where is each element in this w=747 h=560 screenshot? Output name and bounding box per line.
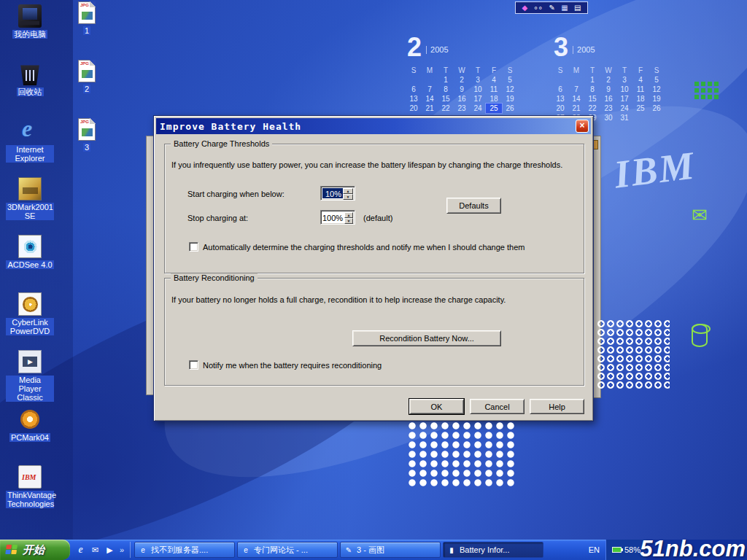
calendar-day: 19 (502, 94, 518, 104)
calendar-day: 9 (600, 85, 616, 94)
calendar-day-header: F (632, 66, 649, 75)
stop-charging-spinner[interactable]: 100% ▲ ▼ (320, 210, 355, 225)
calendar-day: 16 (454, 94, 470, 104)
calendar-day: 16 (600, 94, 616, 104)
calendar-day (649, 113, 665, 122)
ie-page-icon: e (241, 546, 251, 554)
calendar-day: 12 (502, 85, 518, 94)
calendar-day: 23 (600, 104, 616, 113)
recycle-bin-icon (18, 62, 42, 85)
jpg-icon-column: JPG1JPG2JPG3 (70, 1, 104, 176)
defaults-button[interactable]: Defaults (446, 198, 501, 214)
desktop-icon-column: 我的电脑回收站Internet Explorer3DMark2001 SEACD… (6, 4, 54, 523)
calendar-day-header: S (502, 66, 518, 75)
calendar-day (568, 75, 584, 85)
notify-reconditioning-checkbox[interactable]: Notify me when the battery requires reco… (189, 360, 382, 370)
calendar-day: 5 (502, 75, 518, 85)
grid-icon[interactable]: ▦ (561, 4, 568, 12)
desktop-icon-internet-explorer[interactable]: Internet Explorer (6, 120, 54, 177)
dialog-title: Improve Battery Health (156, 121, 301, 132)
calendar-day: 10 (470, 85, 486, 94)
overflow-chevron-icon[interactable]: » (119, 544, 125, 556)
calendar-day: 15 (438, 94, 454, 104)
language-indicator[interactable]: EN (583, 545, 605, 554)
dialog-titlebar[interactable]: Improve Battery Health × (156, 118, 591, 134)
calendar-day: 1 (438, 75, 454, 85)
desktop-icon-jpg-3[interactable]: JPG3 (70, 118, 104, 176)
taskbar-task-battery-information[interactable]: ▮Battery Infor... (443, 542, 543, 558)
desktop-icon-label: Internet Explorer (6, 145, 54, 163)
spin-up-button[interactable]: ▲ (344, 212, 353, 218)
jpg-tag: JPG (80, 3, 89, 7)
desktop-icon-powerdvd[interactable]: CyberLink PowerDVD (6, 292, 54, 350)
desktop-icon-pcmark04[interactable]: PCMark04 (6, 408, 54, 465)
calendar-day: 8 (438, 85, 454, 94)
start-label: 开始 (23, 543, 44, 557)
acdsee-icon (18, 235, 42, 258)
start-charging-spinner[interactable]: 10% ▲ ▼ (320, 186, 355, 201)
cancel-button[interactable]: Cancel (470, 399, 525, 414)
battery-icon: ▮ (446, 546, 457, 554)
stop-charging-value[interactable]: 100% (322, 212, 344, 222)
taskbar-task-forum[interactable]: e专门网论坛 - ... (237, 542, 338, 558)
desktop-icon-3dmark2001[interactable]: 3DMark2001 SE (6, 177, 54, 235)
spin-down-button[interactable]: ▼ (343, 194, 353, 200)
spin-up-button[interactable]: ▲ (343, 188, 353, 194)
task-label: Battery Infor... (460, 545, 509, 554)
diamond-icon[interactable]: ◆ (522, 4, 527, 12)
auto-determine-checkbox[interactable]: Automatically determine the charging thr… (189, 242, 525, 252)
calendar-year: 2005 (426, 46, 448, 54)
calendar-day (422, 75, 438, 85)
thresholds-description: If you infrequently use battery power, y… (171, 160, 578, 169)
desktop-icon-my-computer[interactable]: 我的电脑 (6, 4, 54, 62)
desktop: IBM ✉ ◆∘∘✎▦▤ 2 2005 SMTWTFS1234567891011… (0, 0, 747, 560)
recondition-battery-button[interactable]: Recondition Battery Now... (352, 330, 501, 346)
desktop-icon-jpg-1[interactable]: JPG1 (70, 1, 104, 60)
desktop-icon-acdsee[interactable]: ACDSee 4.0 (6, 235, 54, 292)
calendar-day: 25 (486, 104, 502, 113)
start-button[interactable]: 开始 (0, 540, 70, 560)
desktop-icon-label: CyberLink PowerDVD (6, 318, 54, 335)
pen-icon[interactable]: ✎ (549, 4, 554, 12)
improve-battery-health-dialog: Improve Battery Health × Battery Charge … (153, 115, 594, 421)
desktop-icon-mpc[interactable]: Media Player Classic (6, 350, 54, 408)
taskbar-task-paint[interactable]: ✎3 - 画图 (340, 542, 441, 558)
spinner-buttons: ▲ ▼ (343, 188, 353, 198)
calendar-day: 14 (568, 94, 584, 104)
internet-explorer-icon (18, 120, 42, 143)
dots-icon[interactable]: ∘∘ (534, 4, 543, 12)
thinkvantage-icon (18, 465, 42, 489)
calendar-day: 23 (454, 104, 470, 113)
taskbar-task-server-not-found[interactable]: e找不到服务器.... (134, 542, 235, 558)
battery-icon (612, 547, 622, 553)
quick-launch-mail-icon[interactable]: ✉ (90, 544, 101, 556)
dots-pattern-bottom (407, 421, 518, 487)
ok-button[interactable]: OK (409, 399, 464, 414)
desktop-icon-recycle-bin[interactable]: 回收站 (6, 62, 54, 120)
spin-down-button[interactable]: ▼ (344, 218, 353, 224)
windows-logo-icon (5, 545, 19, 556)
mpc-icon (18, 350, 42, 373)
jpg-file-icon: JPG (78, 60, 96, 82)
checkbox-box[interactable] (189, 242, 198, 252)
calendar-day: 8 (584, 85, 600, 94)
calendar-day: 24 (470, 104, 486, 113)
calendar-grid: SMTWTFS123456789101112131415161718192021… (552, 66, 665, 122)
start-charging-value[interactable]: 10% (322, 188, 343, 198)
document-icon[interactable]: ▤ (574, 4, 581, 12)
reconditioning-description: If your battery no longer holds a full c… (171, 295, 578, 304)
help-button[interactable]: Help (530, 399, 584, 414)
desktop-icon-label: PCMark04 (9, 433, 50, 442)
desktop-icon-jpg-2[interactable]: JPG2 (70, 60, 104, 118)
desktop-icon-thinkvantage[interactable]: ThinkVantage Technologies (6, 465, 54, 523)
checkbox-box[interactable] (189, 360, 198, 370)
jpg-file-icon: JPG (78, 118, 96, 141)
desktop-icon-label: 2 (83, 85, 90, 93)
calendar-day (552, 75, 568, 85)
desktop-icon-label: Media Player Classic (6, 376, 54, 402)
calendar-day: 13 (406, 94, 422, 104)
quick-launch-player-icon[interactable]: ▶ (104, 544, 115, 556)
close-button[interactable]: × (576, 120, 589, 133)
quick-launch: e✉▶» (70, 542, 131, 558)
quick-launch-ie-icon[interactable]: e (75, 544, 86, 556)
